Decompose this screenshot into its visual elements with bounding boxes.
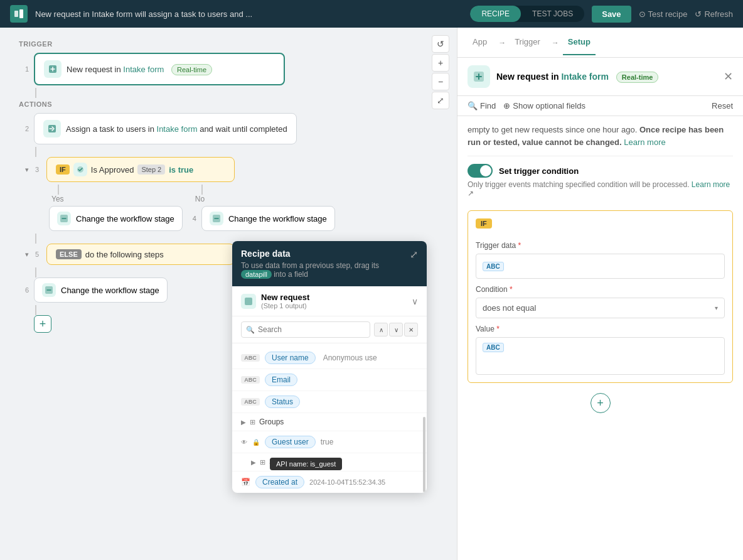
section-header-left: New request (Step 1 output) xyxy=(241,293,309,310)
search-clear-button[interactable]: ✕ xyxy=(404,323,418,337)
trigger-data-input[interactable]: ABC xyxy=(476,254,725,279)
connector-1-2 xyxy=(35,88,36,98)
add-condition-button[interactable]: + xyxy=(591,393,611,413)
tab-trigger[interactable]: Trigger xyxy=(510,30,545,55)
popup-items-list: ABC User name Anonymous use ABC Email AB… xyxy=(232,343,427,493)
trigger-node-icon xyxy=(44,60,61,78)
popup-item-guest-user[interactable]: 👁 🔒 Guest user true API name: is_guest xyxy=(232,431,427,453)
trigger-node[interactable]: New request in Intake form Real-time xyxy=(34,53,285,85)
trigger-condition-toggle[interactable] xyxy=(468,164,493,178)
step-number-2: 2 xyxy=(19,125,29,132)
search-next-button[interactable]: ∨ xyxy=(389,323,403,337)
main-layout: ↺ + − ⤢ TRIGGER 1 N xyxy=(0,28,743,560)
recipe-popup-description: To use data from a previous step, drag i… xyxy=(241,261,410,279)
step4-collapse[interactable]: 4 xyxy=(193,215,196,222)
popup-item-email[interactable]: ABC Email xyxy=(232,369,427,391)
new-request-section-header[interactable]: New request (Step 1 output) ∨ xyxy=(232,286,427,316)
svg-rect-1 xyxy=(19,9,23,18)
step2-badge: Step 2 xyxy=(137,164,165,175)
toggle-row: Set trigger condition xyxy=(468,156,733,180)
right-panel-header-icon xyxy=(468,65,490,88)
step6-icon xyxy=(42,283,56,297)
refresh-button[interactable]: ↺ Refresh xyxy=(695,9,733,19)
if-node-3[interactable]: IF Is Approved Step 2 is true xyxy=(46,157,235,182)
popup-expand-button[interactable]: ⤢ xyxy=(410,249,418,261)
toggle-learn-more-link[interactable]: Learn more xyxy=(692,180,730,189)
email-type-badge: ABC xyxy=(241,376,260,384)
step-number-5: 5 xyxy=(33,250,41,258)
canvas: ↺ + − ⤢ TRIGGER 1 N xyxy=(0,28,457,560)
section-title: New request xyxy=(261,293,309,302)
step-row-3: ▾ 3 IF Is Approved Step 2 is true xyxy=(19,157,438,182)
action-node-2[interactable]: Assign a task to users in Intake form an… xyxy=(34,113,297,144)
username-type-badge: ABC xyxy=(241,354,260,362)
app-logo xyxy=(10,5,28,23)
section-subtitle: (Step 1 output) xyxy=(261,302,309,310)
calendar-icon: 📅 xyxy=(241,478,250,487)
else-text: do the following steps xyxy=(85,250,164,259)
step4-text: Change the workflow stage xyxy=(76,214,174,223)
condition-select[interactable]: does not equal ▾ xyxy=(476,298,725,318)
guest-user-pill[interactable]: Guest user xyxy=(265,436,316,448)
right-panel-realtime-badge: Real-time xyxy=(616,72,659,83)
action-node-2-text: Assign a task to users in Intake form an… xyxy=(66,124,287,134)
right-panel-close-button[interactable]: ✕ xyxy=(724,70,733,83)
datapill-highlight: datapill xyxy=(241,270,272,279)
new-request-icon xyxy=(241,294,256,309)
created-at-pill[interactable]: Created at xyxy=(255,476,304,488)
header-actions: Save ⊙ Test recipe ↺ Refresh xyxy=(592,6,733,23)
tab-test-jobs[interactable]: TEST JOBS xyxy=(521,6,584,22)
popup-item-created-at[interactable]: 📅 Created at 2024-10-04T15:52:34.35 xyxy=(232,471,427,493)
groups-label: Groups xyxy=(259,417,284,426)
stage-grid-icon: ⊞ xyxy=(260,458,265,466)
header: New request in Intake form will assign a… xyxy=(0,0,743,28)
reset-button[interactable]: Reset xyxy=(712,101,733,110)
step6-node[interactable]: Change the workflow stage xyxy=(34,277,168,303)
step4-no-node[interactable]: Change the workflow stage xyxy=(201,206,335,231)
step-row-1: 1 New request in Intake form Real-time xyxy=(19,53,438,85)
trigger-data-label: Trigger data * xyxy=(476,241,725,250)
groups-grid-icon: ⊞ xyxy=(250,418,255,426)
popup-scrollbar[interactable] xyxy=(423,417,425,492)
recipe-title: New request in Intake form will assign a… xyxy=(35,9,462,19)
popup-item-username[interactable]: ABC User name Anonymous use xyxy=(232,347,427,369)
popup-item-groups[interactable]: ▶ ⊞ Groups xyxy=(232,413,427,431)
chevron-down-icon: ▾ xyxy=(715,304,718,311)
email-pill[interactable]: Email xyxy=(265,374,297,386)
tab-app[interactable]: App xyxy=(468,30,492,55)
stage-expand-icon: ▶ xyxy=(251,459,256,466)
status-pill[interactable]: Status xyxy=(265,396,300,408)
search-input[interactable] xyxy=(241,321,370,338)
search-icon: 🔍 xyxy=(246,326,255,334)
step-row-2: 2 Assign a task to users in Intake form … xyxy=(19,113,438,144)
find-button[interactable]: 🔍 Find xyxy=(468,101,496,110)
learn-more-link[interactable]: Learn more xyxy=(624,137,665,147)
save-button[interactable]: Save xyxy=(592,6,631,23)
abc-badge-value: ABC xyxy=(483,343,504,352)
if-condition-icon xyxy=(73,163,87,176)
add-step-button[interactable]: + xyxy=(34,315,51,333)
tab-recipe[interactable]: RECIPE xyxy=(470,6,521,22)
step4-node[interactable]: Change the workflow stage xyxy=(49,206,183,231)
tab-setup[interactable]: Setup xyxy=(563,30,596,55)
right-panel-title: New request in Intake form Real-time xyxy=(496,72,717,82)
branches: Yes Change the workflow stage xyxy=(49,185,438,231)
svg-rect-0 xyxy=(14,11,18,17)
show-optional-button[interactable]: ⊕ Show optional fields xyxy=(503,101,585,110)
no-content: 4 Change the workflow stage xyxy=(193,206,335,231)
trigger-label: TRIGGER xyxy=(19,40,438,48)
step-collapse-3[interactable]: ▾ xyxy=(19,166,29,174)
value-input[interactable]: ABC xyxy=(476,337,725,375)
search-prev-button[interactable]: ∧ xyxy=(374,323,388,337)
condition-label: Condition * xyxy=(476,285,725,294)
toggle-label: Set trigger condition xyxy=(499,166,579,176)
step-collapse-5[interactable]: ▾ xyxy=(19,250,29,259)
value-label: Value * xyxy=(476,325,725,333)
refresh-icon: ↺ xyxy=(695,9,702,19)
test-recipe-button[interactable]: ⊙ Test recipe xyxy=(639,9,688,19)
username-pill[interactable]: User name xyxy=(265,352,316,364)
popup-item-status[interactable]: ABC Status xyxy=(232,391,427,413)
recipe-data-popup: Recipe data To use data from a previous … xyxy=(232,241,427,493)
else-node-5[interactable]: ELSE do the following steps xyxy=(46,244,235,265)
toggle-description: Only trigger events matching specified c… xyxy=(468,180,733,203)
